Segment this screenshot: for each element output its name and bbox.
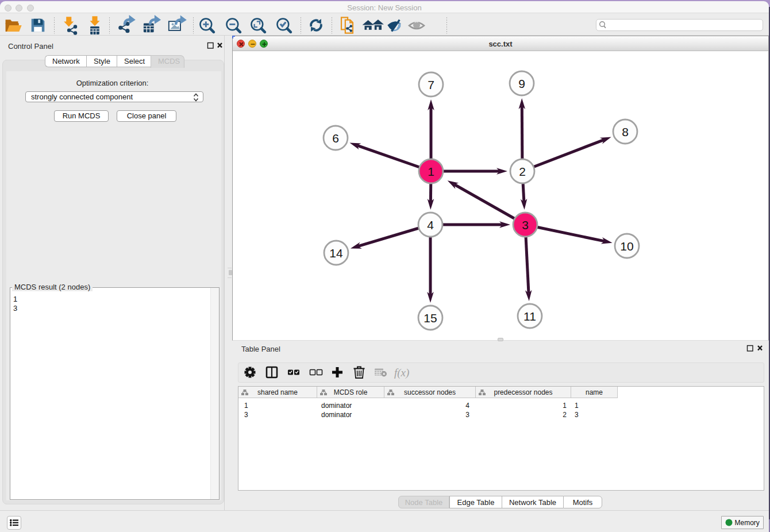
svg-text:3: 3 — [522, 218, 529, 232]
svg-text:9: 9 — [518, 77, 525, 90]
svg-text:f(x): f(x) — [394, 367, 409, 379]
svg-text:8: 8 — [622, 125, 629, 138]
svg-text:10: 10 — [620, 240, 633, 253]
svg-text:15: 15 — [424, 311, 437, 325]
svg-text:11: 11 — [523, 310, 536, 323]
svg-text:1: 1 — [428, 165, 434, 178]
svg-text:7: 7 — [428, 78, 434, 91]
svg-text:4: 4 — [427, 218, 434, 232]
svg-text:2: 2 — [519, 165, 526, 178]
svg-text:14: 14 — [329, 246, 343, 260]
svg-text:6: 6 — [332, 132, 339, 145]
